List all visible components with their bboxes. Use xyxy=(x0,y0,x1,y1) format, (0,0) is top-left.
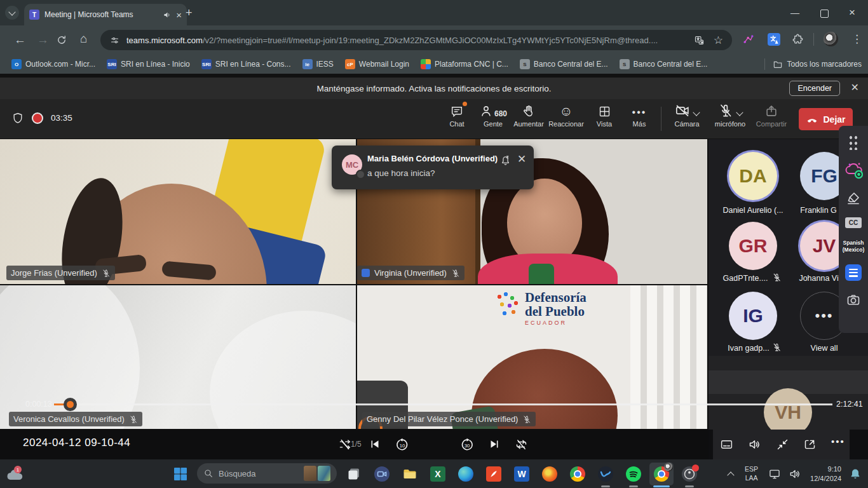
excel-icon[interactable]: X xyxy=(430,466,445,482)
highlighter-icon[interactable] xyxy=(846,191,861,206)
previous-track-icon[interactable] xyxy=(369,438,381,451)
mic-options-chevron-icon[interactable] xyxy=(736,109,743,116)
view-button[interactable]: Vista xyxy=(587,103,622,128)
tray-chevron-up-icon[interactable] xyxy=(727,471,734,478)
tab-close-icon[interactable]: × xyxy=(176,10,182,20)
shuffle-off-icon[interactable] xyxy=(338,438,351,451)
chrome-active-icon[interactable] xyxy=(654,466,669,482)
chrome-icon[interactable] xyxy=(570,466,585,482)
more-button[interactable]: ••• Más xyxy=(621,103,657,128)
word-icon[interactable]: W xyxy=(514,466,529,482)
avatar[interactable]: DA xyxy=(729,152,777,200)
recording-dot xyxy=(692,464,699,471)
rewind-10-icon[interactable]: 10 xyxy=(395,438,409,452)
people-button[interactable]: 680 Gente xyxy=(475,103,511,128)
bookmark-item[interactable]: SRISRI en Línea - Inicio xyxy=(107,59,190,69)
new-tab-button[interactable]: + xyxy=(186,6,193,19)
extension-pink-icon[interactable] xyxy=(742,33,755,46)
video-tile-veronica[interactable] xyxy=(0,285,356,429)
edge-icon[interactable] xyxy=(458,466,473,482)
extension-translate-icon[interactable] xyxy=(768,33,780,46)
window-close-button[interactable]: × xyxy=(849,6,855,19)
camera-button[interactable]: Cámara xyxy=(669,103,705,128)
pop-out-icon[interactable] xyxy=(803,438,817,451)
raise-hand-button[interactable]: Aumentar xyxy=(511,103,546,128)
chat-notification-popup[interactable]: MC Maria Belén Córdova (Unverified) a qu… xyxy=(332,146,534,189)
tab-audio-icon[interactable] xyxy=(163,10,172,20)
window-minimize-button[interactable]: — xyxy=(790,8,799,18)
system-tray: ESPLAA 9:1012/4/2024 xyxy=(728,459,868,488)
collapse-player-icon[interactable] xyxy=(776,438,789,451)
notification-bell-icon[interactable] xyxy=(849,468,862,480)
cast-monitor-icon[interactable] xyxy=(768,468,781,480)
obs-icon[interactable] xyxy=(682,466,697,482)
window-maximize-button[interactable] xyxy=(820,10,829,18)
notification-close-icon[interactable]: ✕ xyxy=(851,81,859,93)
extensions-puzzle-icon[interactable] xyxy=(792,33,804,45)
react-button[interactable]: ☺ Reaccionar xyxy=(548,103,584,128)
firefox-icon[interactable] xyxy=(542,466,557,482)
bookmark-star-icon[interactable]: ☆ xyxy=(714,34,723,47)
all-bookmarks-button[interactable]: Todos los marcadores xyxy=(773,59,862,69)
site-info-icon[interactable] xyxy=(109,35,120,46)
teams-app-icon[interactable] xyxy=(374,466,390,482)
address-bar[interactable]: teams.microsoft.com/v2/?meetingjoin=true… xyxy=(100,30,732,50)
camera-options-chevron-icon[interactable] xyxy=(693,109,700,116)
clock[interactable]: 9:1012/4/2024 xyxy=(810,464,841,483)
drag-handle-icon[interactable] xyxy=(848,135,858,150)
recorder-extension-icon[interactable] xyxy=(844,161,863,179)
mute-notifications-icon[interactable] xyxy=(499,154,512,166)
enable-notifications-button[interactable]: Encender xyxy=(789,81,840,96)
webex-icon[interactable] xyxy=(598,466,613,482)
notes-extension-icon[interactable] xyxy=(845,264,862,281)
weather-widget[interactable]: 1 xyxy=(5,464,24,484)
popup-close-icon[interactable]: ✕ xyxy=(517,152,526,166)
player-more-icon[interactable]: ••• xyxy=(831,436,845,447)
language-indicator[interactable]: ESPLAA xyxy=(745,465,758,482)
share-button: Compartir xyxy=(754,103,789,128)
taskbar-search[interactable]: Búsqueda xyxy=(197,463,337,484)
subtitles-icon[interactable] xyxy=(720,438,733,451)
bookmark-item[interactable]: Plataforma CNC | C... xyxy=(421,59,508,69)
forward-30-icon[interactable]: 30 xyxy=(460,438,474,452)
seek-bar[interactable] xyxy=(54,403,832,405)
folder-icon xyxy=(773,59,783,69)
browser-tab[interactable]: T Meeting | Microsoft Teams × xyxy=(24,4,187,25)
caption-language-label[interactable]: Spanish (Mexico) xyxy=(839,240,868,253)
shield-icon xyxy=(11,112,24,125)
forward-button[interactable]: → xyxy=(37,33,49,47)
next-track-icon[interactable] xyxy=(488,438,501,451)
search-placeholder: Búsqueda xyxy=(219,469,302,478)
pdf-app-icon[interactable] xyxy=(486,466,501,482)
bookmark-item[interactable]: cPWebmail Login xyxy=(345,59,409,69)
avatar[interactable]: GR xyxy=(729,222,777,270)
bookmark-item[interactable]: SBanco Central del E... xyxy=(620,59,708,69)
chat-button[interactable]: Chat xyxy=(439,103,475,128)
running-indicator xyxy=(601,485,610,487)
spotify-icon[interactable] xyxy=(626,466,641,482)
browser-menu-kebab-icon[interactable]: ⋮ xyxy=(851,32,862,46)
volume-icon[interactable] xyxy=(748,438,761,451)
home-button[interactable]: ⌂ xyxy=(80,32,87,46)
video-tile-jorge[interactable] xyxy=(0,139,356,284)
screenshot-camera-icon[interactable] xyxy=(846,292,861,308)
tab-search-button[interactable] xyxy=(5,6,19,20)
back-button[interactable]: ← xyxy=(14,33,26,47)
bookmark-item[interactable]: OOutlook.com - Micr... xyxy=(11,59,95,69)
avatar[interactable]: IG xyxy=(729,292,777,340)
captions-cc-icon[interactable]: CC xyxy=(845,217,862,228)
volume-tray-icon[interactable] xyxy=(789,468,801,480)
task-view-button[interactable] xyxy=(346,466,362,482)
repeat-off-icon[interactable] xyxy=(515,438,528,451)
start-button[interactable] xyxy=(173,466,188,482)
seek-handle[interactable] xyxy=(64,398,77,411)
microphone-button[interactable]: micrófono xyxy=(712,103,748,128)
translate-page-icon[interactable] xyxy=(694,35,705,46)
file-explorer-icon[interactable] xyxy=(402,466,417,482)
extension-avatar-icon[interactable] xyxy=(824,32,838,46)
reload-button[interactable] xyxy=(56,34,67,46)
bookmark-item[interactable]: ieIESS xyxy=(302,59,334,69)
bookmark-item[interactable]: SRISRI en Línea - Cons... xyxy=(201,59,291,69)
bookmark-item[interactable]: SBanco Central del E... xyxy=(520,59,608,69)
video-tile-genny[interactable]: Defensoríadel Pueblo ECUADOR xyxy=(357,285,707,429)
